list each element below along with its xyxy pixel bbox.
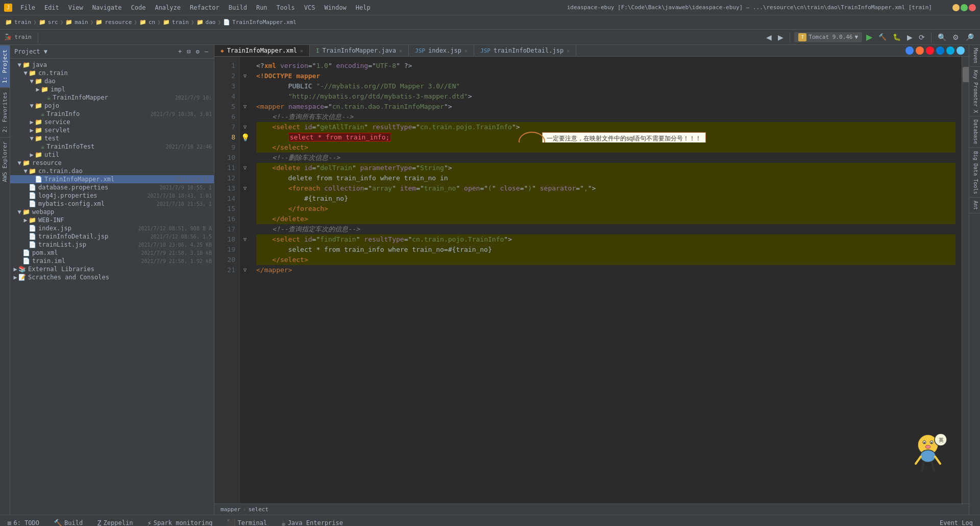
firefox-browser-btn[interactable] — [916, 46, 924, 55]
maven-tab[interactable]: Maven — [969, 45, 980, 67]
build-button[interactable]: 🔨 — [876, 32, 889, 42]
tree-item-log4j-props[interactable]: 📄 log4j.properties 2021/7/10 18:43, 1.01 — [10, 192, 214, 200]
right-scrollbar[interactable] — [962, 57, 969, 504]
tree-item-java[interactable]: ▼ 📁 java — [10, 61, 214, 69]
breadcrumb-dao[interactable]: dao — [206, 19, 216, 26]
tab-label-ij: index.jsp — [428, 47, 461, 54]
tree-item-trainList-jsp[interactable]: 📄 trainList.jsp 2021/7/10 23:06, 4.25 KB — [10, 241, 214, 249]
tab-index-jsp[interactable]: JSP index.jsp ✕ — [409, 45, 474, 56]
maximize-button[interactable] — [961, 4, 968, 11]
opera-browser-btn[interactable] — [926, 46, 934, 55]
aws-explorer-tab[interactable]: AWS Explorer — [0, 137, 10, 186]
close-button[interactable] — [969, 4, 976, 11]
tree-item-pom-xml[interactable]: 📄 pom.xml 2021/7/9 21:58, 3.18 kB — [10, 249, 214, 257]
run-button[interactable]: ▶ — [864, 31, 874, 43]
menu-run[interactable]: Run — [252, 3, 272, 12]
database-tab[interactable]: Database — [969, 116, 980, 148]
menu-file[interactable]: File — [16, 3, 39, 12]
menu-edit[interactable]: Edit — [40, 3, 63, 12]
tree-item-TrainInfoMapper-xml[interactable]: 📄 TrainInfoMapper.xml 2021/7/9 11: — [10, 175, 214, 183]
tree-item-TrainInfoTest[interactable]: ☕ TrainInfoTest 2021/7/10 22:46 — [10, 142, 214, 151]
profile-button[interactable]: ⟳ — [917, 32, 927, 42]
tree-item-WEB-INF[interactable]: ▶ 📁 WEB-INF — [10, 216, 214, 224]
breadcrumb-src[interactable]: src — [48, 19, 58, 26]
favorites-panel-tab[interactable]: 2: Favorites — [0, 87, 10, 136]
tree-item-pojo[interactable]: ▼ 📁 pojo — [10, 102, 214, 110]
breadcrumb-train2[interactable]: train — [172, 19, 189, 26]
tree-item-resource[interactable]: ▼ 📁 resource — [10, 159, 214, 167]
ie-browser-btn[interactable] — [946, 46, 954, 55]
menu-vcs[interactable]: VCS — [300, 3, 320, 12]
sidebar-collapse-icon[interactable]: ⊟ — [185, 47, 192, 56]
tab-close-tidj[interactable]: ✕ — [567, 48, 570, 54]
tab-close-ij[interactable]: ✕ — [464, 48, 468, 54]
event-log-item[interactable]: Event Log — [937, 518, 976, 527]
tree-item-cn-train[interactable]: ▼ 📁 cn.train — [10, 69, 214, 77]
tree-item-service[interactable]: ▶ 📁 service — [10, 118, 214, 126]
footer-select[interactable]: select — [248, 506, 268, 513]
tree-item-trainInfoDetail-jsp[interactable]: 📄 trainInfoDetail.jsp 2021/7/12 08:56, 1… — [10, 232, 214, 241]
tree-item-train-iml[interactable]: 📄 train.iml 2021/7/9 21:58, 1.92 kB — [10, 257, 214, 265]
menu-tools[interactable]: Tools — [273, 3, 299, 12]
debug-button[interactable]: 🐛 — [891, 32, 903, 42]
back-button[interactable]: ◀ — [764, 32, 774, 42]
edge-browser-btn[interactable] — [936, 46, 944, 55]
menu-view[interactable]: View — [64, 3, 87, 12]
big-data-tools-tab[interactable]: Big Data Tools — [969, 148, 980, 198]
menu-window[interactable]: Window — [320, 3, 350, 12]
search-everywhere-button[interactable]: 🔎 — [963, 32, 976, 42]
tab-close-timx[interactable]: ✕ — [300, 48, 303, 54]
tab-close-timj[interactable]: ✕ — [399, 48, 402, 54]
tomcat-selector[interactable]: T Tomcat 9.0.46 ▼ — [794, 32, 862, 42]
coverage-button[interactable]: ▶ — [905, 32, 915, 42]
sidebar-close-icon[interactable]: — — [203, 47, 210, 56]
tree-item-mybatis-config[interactable]: 📄 mybatis-config.xml 2021/7/10 21:53, 1 — [10, 200, 214, 208]
breadcrumb-file[interactable]: TrainInfoMapper.xml — [232, 19, 297, 26]
tree-item-webapp[interactable]: ▼ 📁 webapp — [10, 208, 214, 216]
menu-refactor[interactable]: Refactor — [186, 3, 224, 12]
tab-trainInfoDetail-jsp[interactable]: JSP trainInfoDetail.jsp ✕ — [474, 45, 576, 56]
tab-TrainInfoMapper-java[interactable]: I TrainInfoMapper.java ✕ — [310, 45, 409, 56]
tree-item-servlet[interactable]: ▶ 📁 servlet — [10, 126, 214, 134]
menu-code[interactable]: Code — [127, 3, 150, 12]
menu-help[interactable]: Help — [352, 3, 375, 12]
terminal-toolbar-item[interactable]: ⬛ Terminal — [224, 518, 270, 527]
chrome-browser-btn[interactable] — [905, 46, 914, 55]
tree-item-cn-train-dao[interactable]: ▼ 📁 cn.train.dao — [10, 167, 214, 175]
menu-navigate[interactable]: Navigate — [88, 3, 126, 12]
build-toolbar-item[interactable]: 🔨 Build — [51, 518, 86, 527]
tree-item-dao[interactable]: ▼ 📁 dao — [10, 77, 214, 85]
java-enterprise-toolbar-item[interactable]: ☕ Java Enterprise — [278, 518, 346, 527]
project-panel-tab[interactable]: 1: Project — [0, 45, 10, 87]
menu-build[interactable]: Build — [225, 3, 251, 12]
breadcrumb-cn[interactable]: cn — [149, 19, 155, 26]
zeppelin-toolbar-item[interactable]: Z Zeppelin — [94, 518, 136, 527]
tree-item-TrainInfoMapper-java[interactable]: ☕ TrainInfoMapper 2021/7/9 10: — [10, 93, 214, 102]
minimize-button[interactable] — [952, 4, 960, 11]
breadcrumb-train[interactable]: train — [14, 19, 31, 26]
key-promoter-tab[interactable]: Key Promoter X — [969, 67, 980, 116]
ant-tab[interactable]: Ant — [969, 198, 980, 213]
footer-mapper[interactable]: mapper — [220, 506, 241, 513]
tree-item-impl[interactable]: ▶ 📁 impl — [10, 85, 214, 93]
spark-toolbar-item[interactable]: ⚡ Spark monitoring — [144, 518, 215, 527]
code-area[interactable]: <?xml version="1.0" encoding="UTF-8" ?> … — [250, 57, 962, 504]
breadcrumb-resource[interactable]: resource — [105, 19, 132, 26]
tree-item-scratches[interactable]: ▶ 📝 Scratches and Consoles — [10, 273, 214, 281]
sidebar-settings-icon[interactable]: ⚙ — [194, 47, 201, 56]
forward-button[interactable]: ▶ — [776, 32, 786, 42]
settings-button[interactable]: ⚙ — [950, 32, 961, 42]
tree-item-index-jsp[interactable]: 📄 index.jsp 2021/7/12 08:51, 908 B A — [10, 224, 214, 232]
menu-analyze[interactable]: Analyze — [151, 3, 185, 12]
tab-TrainInfoMapper-xml[interactable]: ◆ TrainInfoMapper.xml ✕ — [214, 45, 310, 56]
breadcrumb-main[interactable]: main — [75, 19, 88, 26]
todo-toolbar-item[interactable]: ≡ 6: TODO — [4, 518, 42, 527]
tree-item-TrainInfo[interactable]: ☕ TrainInfo 2021/7/9 10:38, 3.01 — [10, 110, 214, 118]
tree-item-util[interactable]: ▶ 📁 util — [10, 151, 214, 159]
find-button[interactable]: 🔍 — [936, 32, 948, 42]
tree-item-database-props[interactable]: 📄 database.properties 2021/7/9 10:55, 1 — [10, 183, 214, 192]
tree-item-test[interactable]: ▼ 📁 test — [10, 134, 214, 142]
safari-browser-btn[interactable] — [957, 46, 965, 55]
sidebar-add-icon[interactable]: + — [177, 47, 183, 56]
tree-item-ext-libs[interactable]: ▶ 📚 External Libraries — [10, 265, 214, 273]
